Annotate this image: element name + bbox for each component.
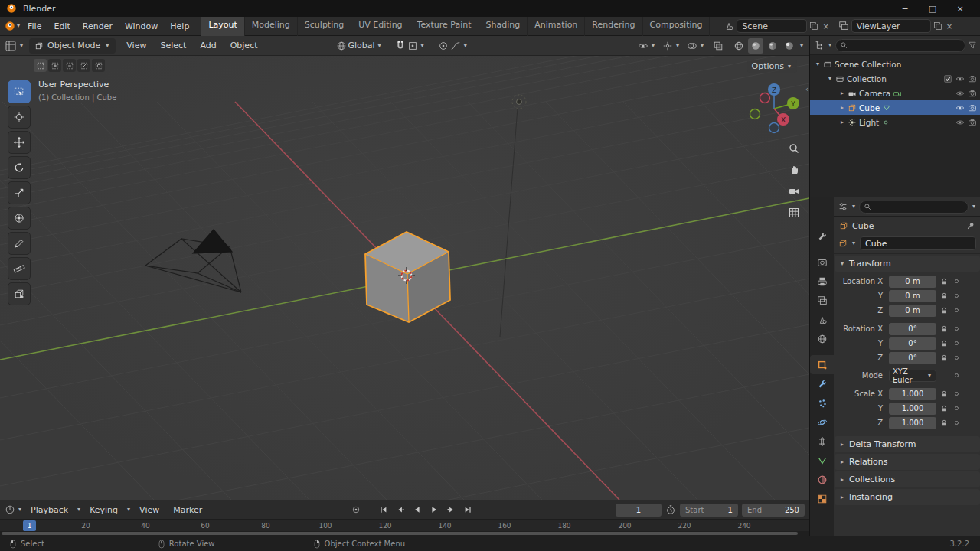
- render-visibility-icon[interactable]: [968, 103, 977, 112]
- tab-world[interactable]: [810, 329, 834, 348]
- select-mode-intersect-button[interactable]: [92, 59, 105, 72]
- viewport-canvas[interactable]: [0, 56, 809, 500]
- timeline-editor-icon[interactable]: [5, 504, 15, 515]
- lock-icon[interactable]: [940, 405, 948, 412]
- scale-y-field[interactable]: 1.000: [889, 403, 936, 415]
- workspace-tab-uv-editing[interactable]: UV Editing: [351, 17, 410, 36]
- close-button[interactable]: ×: [946, 4, 974, 14]
- shading-solid-button[interactable]: [748, 38, 763, 54]
- object-name-input[interactable]: Cube: [860, 236, 976, 250]
- tab-material[interactable]: [810, 470, 834, 489]
- tool-transform-button[interactable]: [8, 207, 31, 230]
- unlink-scene-button[interactable]: ×: [821, 22, 830, 31]
- scene-selector[interactable]: Scene: [737, 19, 807, 33]
- menu-view[interactable]: View: [120, 39, 152, 52]
- current-frame-field[interactable]: 1: [616, 504, 662, 517]
- disclosure-triangle-icon[interactable]: ▸: [841, 105, 844, 111]
- tab-scene[interactable]: [810, 310, 834, 329]
- minimize-button[interactable]: ─: [891, 4, 919, 14]
- jump-to-start-button[interactable]: [377, 504, 390, 516]
- maximize-button[interactable]: □: [919, 4, 946, 14]
- gizmo-x-neg-axis[interactable]: [760, 93, 770, 103]
- tab-constraints[interactable]: [810, 432, 834, 451]
- workspace-tab-sculpting[interactable]: Sculpting: [298, 17, 351, 36]
- lock-icon[interactable]: [940, 292, 948, 300]
- snap-dropdown[interactable]: ▾: [407, 41, 426, 51]
- orientation-dropdown[interactable]: Global ▾: [336, 41, 383, 51]
- tab-output[interactable]: [810, 272, 834, 291]
- disclosure-triangle-icon[interactable]: ▸: [841, 119, 844, 126]
- shading-wireframe-button[interactable]: [731, 38, 746, 54]
- tool-scale-button[interactable]: [8, 181, 31, 204]
- eye-icon[interactable]: [956, 103, 965, 112]
- stopwatch-icon[interactable]: [665, 504, 676, 515]
- tab-view-layer[interactable]: [810, 291, 834, 310]
- tab-modifiers[interactable]: [810, 374, 834, 393]
- timeline-ruler[interactable]: 20 40 60 80 100 120 140 160 180 200 220 …: [0, 519, 809, 531]
- select-mode-invert-button[interactable]: [77, 59, 90, 72]
- outliner-editor-icon[interactable]: [814, 40, 825, 51]
- next-keyframe-button[interactable]: [444, 504, 458, 516]
- animate-dot-icon[interactable]: [955, 327, 959, 331]
- workspace-tab-modeling[interactable]: Modeling: [245, 17, 298, 36]
- play-button[interactable]: [427, 504, 441, 516]
- mode-dropdown[interactable]: Object Mode ▾: [29, 38, 116, 54]
- scale-z-field[interactable]: 1.000: [889, 417, 936, 429]
- animate-dot-icon[interactable]: [955, 421, 959, 425]
- visibility-dropdown[interactable]: ▾: [638, 41, 656, 51]
- render-visibility-icon[interactable]: [968, 118, 977, 127]
- shading-rendered-button[interactable]: [782, 38, 797, 54]
- menu-render[interactable]: Render: [77, 20, 119, 33]
- menu-add[interactable]: Add: [194, 39, 222, 52]
- lock-icon[interactable]: [940, 390, 948, 398]
- disclosure-triangle-icon[interactable]: ▾: [828, 76, 831, 82]
- workspace-tab-compositing[interactable]: Compositing: [643, 17, 710, 36]
- pin-icon[interactable]: [966, 221, 975, 230]
- blender-menu-icon[interactable]: [5, 21, 15, 31]
- lock-icon[interactable]: [940, 278, 948, 285]
- menu-object[interactable]: Object: [224, 39, 264, 52]
- outliner-row-light[interactable]: ▸ Light: [810, 115, 980, 129]
- workspace-tab-texture-paint[interactable]: Texture Paint: [410, 17, 479, 36]
- animate-dot-icon[interactable]: [955, 308, 959, 312]
- tool-rotate-button[interactable]: [8, 156, 31, 179]
- outliner-row-camera[interactable]: ▸ Camera: [810, 86, 980, 100]
- menu-marker[interactable]: Marker: [167, 504, 208, 517]
- tab-texture[interactable]: [810, 489, 834, 508]
- delta-transform-section[interactable]: ▸ Delta Transform: [835, 436, 980, 452]
- location-x-field[interactable]: 0 m: [889, 276, 936, 288]
- scrollbar-thumb[interactable]: [2, 532, 798, 535]
- eye-icon[interactable]: [956, 118, 965, 127]
- outliner-row-cube[interactable]: ▸ Cube: [810, 100, 980, 115]
- menu-select[interactable]: Select: [154, 39, 192, 52]
- animate-dot-icon[interactable]: [955, 356, 959, 360]
- disclosure-triangle-icon[interactable]: ▾: [816, 61, 819, 67]
- start-frame-field[interactable]: Start 1: [680, 504, 738, 517]
- render-visibility-icon[interactable]: [968, 74, 977, 83]
- animate-dot-icon[interactable]: [955, 392, 959, 396]
- ortho-toggle-button[interactable]: [786, 204, 802, 221]
- lock-icon[interactable]: [940, 354, 948, 362]
- cube-object[interactable]: [365, 232, 450, 322]
- gizmo-y-neg-axis[interactable]: [750, 109, 760, 119]
- menu-keying[interactable]: Keying: [83, 504, 124, 517]
- rotation-mode-dropdown[interactable]: XYZ Euler ▾: [889, 370, 936, 382]
- lock-icon[interactable]: [940, 340, 948, 347]
- animate-dot-icon[interactable]: [955, 294, 959, 298]
- proportional-editing-toggle[interactable]: [438, 41, 449, 51]
- eye-icon[interactable]: [956, 89, 965, 98]
- tool-select-box-button[interactable]: [8, 80, 31, 103]
- play-reverse-button[interactable]: [410, 504, 424, 516]
- properties-search-input[interactable]: [859, 201, 969, 214]
- outliner-row-collection[interactable]: ▾ Collection: [810, 71, 980, 86]
- transform-section-header[interactable]: ▾ Transform: [835, 256, 980, 272]
- workspace-tab-rendering[interactable]: Rendering: [585, 17, 642, 36]
- checkbox-icon[interactable]: [943, 74, 952, 83]
- tab-particles[interactable]: [810, 393, 834, 412]
- playhead[interactable]: 1: [23, 520, 36, 531]
- chevron-down-icon[interactable]: ▾: [972, 204, 975, 210]
- tab-tool[interactable]: [810, 227, 834, 246]
- menu-file[interactable]: File: [21, 20, 47, 33]
- select-mode-new-button[interactable]: [34, 59, 47, 72]
- shading-material-button[interactable]: [765, 38, 780, 54]
